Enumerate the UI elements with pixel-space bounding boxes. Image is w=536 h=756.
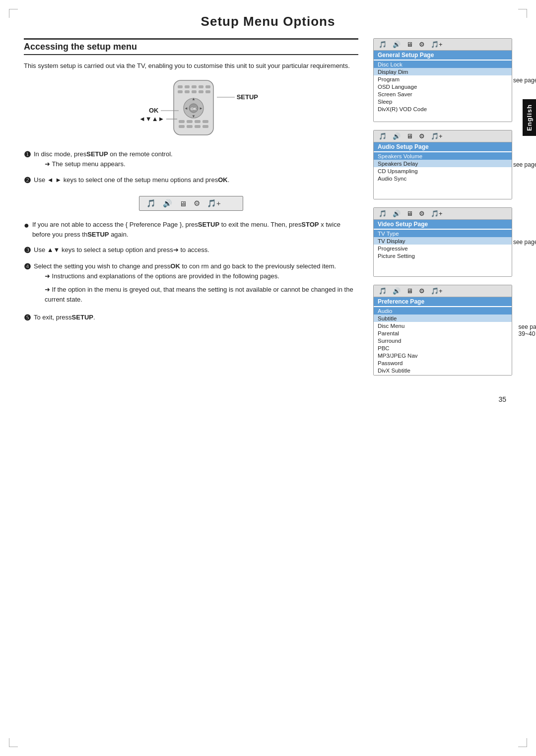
step-4-sub-2: ➜ If the option in the menu is greyed ou…: [45, 285, 358, 305]
left-column: Accessing the setup menu This system set…: [24, 38, 373, 383]
page-number: 35: [0, 383, 536, 408]
step-2-num: ❷: [24, 175, 31, 187]
svg-rect-6: [178, 90, 183, 93]
toolbar-icon-4e: 🎵+: [431, 287, 443, 295]
corner-mark-bl: [9, 738, 18, 747]
audio-title: Audio Setup Page: [374, 142, 512, 151]
ok-label: OK: [149, 107, 159, 114]
right-column: 🎵 🔊 🖥 ⚙ 🎵+ General Setup Page Disc Lock …: [373, 38, 512, 383]
corner-mark-tr: [518, 9, 527, 18]
svg-rect-5: [205, 85, 210, 88]
toolbar-icon-2e: 🎵+: [431, 132, 443, 140]
toolbar-icon-3a: 🎵: [379, 210, 387, 217]
step-5: ❺ To exit, pressSETUP.: [24, 313, 358, 324]
section-heading: Accessing the setup menu: [24, 38, 358, 55]
video-title: Video Setup Page: [374, 220, 512, 229]
main-layout: Accessing the setup menu This system set…: [0, 38, 536, 383]
step-5-text: To exit, pressSETUP.: [34, 313, 95, 322]
pref-item-password: Password: [374, 359, 512, 367]
toolbar-icon-1c: 🖥: [406, 41, 413, 48]
intro-text: This system setup is carried out via the…: [24, 61, 358, 71]
general-item-divx: DivX(R) VOD Code: [374, 105, 512, 113]
toolbar-icon-1a: 🎵: [379, 41, 387, 48]
video-toolbar: 🎵 🔊 🖥 ⚙ 🎵+: [374, 208, 512, 220]
svg-text:▼: ▼: [192, 114, 196, 119]
svg-rect-21: [202, 120, 208, 123]
svg-rect-8: [192, 90, 197, 93]
toolbar-icon-2b: 🔊: [393, 132, 401, 140]
toolbar-icon-1b: 🔊: [393, 41, 401, 48]
toolbar-icon-2d: ⚙: [419, 132, 425, 140]
audio-setup-panel-inner: 🎵 🔊 🖥 ⚙ 🎵+ Audio Setup Page Speakers Vol…: [373, 130, 512, 199]
pref-item-pbc: PBC: [374, 344, 512, 352]
step-3-num: ❸: [24, 245, 31, 257]
pref-item-divxsub: DivX Subtitle: [374, 367, 512, 374]
bullet-symbol: ●: [24, 219, 29, 233]
svg-rect-1: [178, 85, 183, 88]
svg-rect-19: [187, 120, 193, 123]
general-item-disclock: Disc Lock: [374, 61, 512, 68]
video-item-picture: Picture Setting: [374, 252, 512, 259]
general-title: General Setup Page: [374, 51, 512, 60]
video-items: TV Type TV Display Progressive Picture S…: [374, 229, 512, 276]
step-1-sub: ➜ The setup menu appears.: [45, 159, 173, 169]
preference-toolbar: 🎵 🔊 🖥 ⚙ 🎵+: [374, 285, 512, 297]
audio-item-cd: CD Upsampling: [374, 167, 512, 175]
svg-text:OK: OK: [191, 107, 197, 111]
menu-icon-4: ⚙: [194, 199, 200, 208]
step-4-sub-1: ➜ Instructions and explanations of the o…: [45, 271, 358, 281]
video-item-tvtype: TV Type: [374, 230, 512, 237]
steps-list-1: ❶ In disc mode, presSETUP on the remote …: [24, 149, 358, 187]
toolbar-icon-3c: 🖥: [406, 210, 413, 217]
pref-item-surround: Surround: [374, 337, 512, 344]
general-setup-panel-inner: 🎵 🔊 🖥 ⚙ 🎵+ General Setup Page Disc Lock …: [373, 38, 512, 122]
general-item-sleep: Sleep: [374, 98, 512, 105]
toolbar-icon-2a: 🎵: [379, 132, 387, 140]
bullet-note: ● If you are not able to access the { Pr…: [24, 220, 358, 240]
menu-icon-1: 🎵: [146, 199, 156, 208]
step-4: ❹ Select the setting you wish to change …: [24, 261, 358, 308]
step-1-text: In disc mode, presSETUP on the remote co…: [34, 150, 173, 158]
pref-item-parental: Parental: [374, 329, 512, 337]
step-3: ❸ Use ▲▼ keys to select a setup option a…: [24, 245, 358, 257]
audio-item-delay: Speakers Delay: [374, 160, 512, 167]
svg-rect-4: [199, 85, 203, 88]
corner-mark-br: [518, 738, 527, 747]
svg-rect-7: [185, 90, 190, 93]
steps-list-2: ❸ Use ▲▼ keys to select a setup option a…: [24, 245, 358, 324]
audio-items: Speakers Volume Speakers Delay CD Upsamp…: [374, 151, 512, 199]
audio-item-volume: Speakers Volume: [374, 152, 512, 160]
preference-title: Preference Page: [374, 297, 512, 306]
general-toolbar: 🎵 🔊 🖥 ⚙ 🎵+: [374, 39, 512, 51]
step-1: ❶ In disc mode, presSETUP on the remote …: [24, 149, 358, 170]
svg-rect-2: [185, 85, 190, 88]
svg-text:◄: ◄: [184, 106, 188, 111]
video-item-tvdisplay: TV Display: [374, 237, 512, 245]
toolbar-icon-3b: 🔊: [393, 210, 401, 217]
video-item-progressive: Progressive: [374, 245, 512, 252]
remote-illustration: OK ▲ ▼ ◄ ► OK: [39, 77, 358, 141]
svg-rect-3: [192, 85, 197, 88]
menu-icon-3: 🖥: [179, 199, 187, 208]
preference-items: Audio Subtitle Disc Menu Parental Surrou…: [374, 306, 512, 375]
svg-text:▲: ▲: [192, 97, 196, 101]
language-tab: English: [523, 99, 536, 136]
preference-setup-panel-inner: 🎵 🔊 🖥 ⚙ 🎵+ Preference Page Audio Subtitl…: [373, 285, 512, 376]
step-3-text: Use ▲▼ keys to select a setup option and…: [34, 245, 209, 255]
general-item-displaydim: Display Dim: [374, 68, 512, 75]
toolbar-icon-4b: 🔊: [393, 287, 401, 295]
step-4-num: ❹: [24, 261, 31, 273]
svg-rect-24: [195, 125, 201, 128]
menu-bar: 🎵 🔊 🖥 ⚙ 🎵+: [139, 196, 243, 211]
step-2: ❷ Use ◄ ► keys to select one of the setu…: [24, 175, 358, 187]
toolbar-icon-2c: 🖥: [406, 132, 413, 140]
svg-rect-10: [205, 90, 210, 93]
page-title: Setup Menu Options: [0, 0, 536, 38]
toolbar-icon-4d: ⚙: [419, 287, 425, 295]
video-setup-panel: 🎵 🔊 🖥 ⚙ 🎵+ Video Setup Page TV Type TV D…: [373, 207, 512, 277]
svg-rect-22: [179, 125, 185, 128]
svg-rect-25: [202, 125, 208, 128]
video-setup-panel-inner: 🎵 🔊 🖥 ⚙ 🎵+ Video Setup Page TV Type TV D…: [373, 207, 512, 277]
step-5-num: ❺: [24, 312, 31, 324]
general-setup-panel: 🎵 🔊 🖥 ⚙ 🎵+ General Setup Page Disc Lock …: [373, 38, 512, 122]
